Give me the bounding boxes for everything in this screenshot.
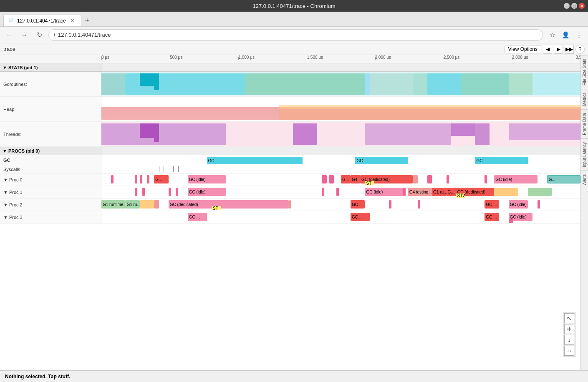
proc1-g4test-block[interactable]: G4 testing.... (408, 188, 432, 196)
threads-content[interactable] (101, 122, 580, 146)
proc2-yellow1[interactable] (140, 200, 154, 209)
proc2-gc2-block[interactable]: GC ... (485, 200, 499, 209)
proc1-tick2[interactable] (142, 188, 145, 196)
proc3-gc1-block[interactable]: GC ... (188, 213, 207, 221)
metrics-tab[interactable]: Metrics (581, 89, 588, 109)
gc-block-3[interactable]: GC (475, 157, 527, 164)
file-size-stats-tab[interactable]: File Size Stats (581, 55, 588, 89)
gc-block-1[interactable]: GC (207, 157, 303, 164)
gc-block-2[interactable]: GC (355, 157, 408, 164)
proc0-gcidle-block[interactable]: GC (idle) (188, 175, 226, 183)
syscalls-row: Syscalls (0, 165, 580, 173)
proc1-green-block[interactable] (528, 188, 552, 196)
proc3-content[interactable]: GC ... GC ... GC ... GC (idle) (101, 211, 580, 223)
proc0-block-2[interactable] (140, 175, 142, 183)
proc2-gcdedicated-block[interactable]: GC (dedicated) (169, 200, 288, 209)
proc1-tick4[interactable] (176, 188, 178, 196)
gc-content[interactable]: GC GC GC (101, 155, 580, 165)
proc2-tick1[interactable] (389, 200, 391, 209)
nav-next-button[interactable]: ▶ (554, 45, 563, 54)
proc1-g1ru-block[interactable]: G1 ru... (432, 188, 446, 196)
proc0-g-block[interactable]: G... (154, 175, 168, 183)
proc2-tick3[interactable] (538, 200, 540, 209)
proc0-gcidle2-block[interactable]: GC (idle) (494, 175, 537, 183)
proc0-block-0[interactable] (111, 175, 114, 183)
proc1-gcidle-block[interactable]: GC (idle) (188, 188, 226, 196)
proc2-g1main-block[interactable]: G1 runtime.main (101, 200, 125, 209)
proc0-st-block[interactable]: ST (365, 181, 374, 185)
proc0-g2-block[interactable]: G... (341, 175, 351, 183)
stats-section-header[interactable]: ▼ STATS (pid 1) (0, 63, 580, 72)
zoom-tool-button[interactable]: ↓ (564, 335, 574, 345)
alerts-tab[interactable]: Alerts (581, 171, 588, 188)
bookmark-button[interactable]: ☆ (546, 29, 558, 41)
proc0-tick3[interactable] (427, 175, 432, 183)
proc0-content[interactable]: G... GC (idle) G... G4... GC (dedicated)… (101, 173, 580, 186)
proc3-pink-bottom[interactable] (509, 219, 513, 223)
trace-container: trace View Options ◀ ▶ ▶▶ ? 0 μs 500 μs … (0, 43, 588, 382)
trace-title: trace (3, 46, 503, 52)
minimize-button[interactable]: ─ (564, 3, 570, 9)
syscalls-content[interactable] (101, 165, 580, 173)
help-button[interactable]: ? (575, 45, 585, 54)
tab-title: 127.0.0.1:40471/trace (17, 18, 66, 24)
frame-data-tab[interactable]: Frame Data (581, 109, 588, 138)
proc1-g-block[interactable]: G... (447, 188, 456, 196)
forward-button[interactable]: → (18, 29, 30, 41)
proc3-label: ▼ Proc 3 (0, 211, 101, 223)
profile-button[interactable]: 👤 (560, 29, 571, 41)
reload-button[interactable]: ↻ (33, 29, 45, 41)
proc1-orange-block[interactable] (494, 188, 518, 196)
pointer-tool-button[interactable]: ↖ (564, 313, 574, 323)
url-bar[interactable]: ℹ 127.0.0.1:40471/trace (48, 29, 543, 41)
proc0-tick1[interactable] (322, 175, 326, 183)
procs-section-header[interactable]: ▼ PROCS (pid 0) (0, 147, 580, 155)
proc1-tick3[interactable] (169, 188, 171, 196)
security-icon: ℹ (54, 32, 56, 38)
maximize-button[interactable]: □ (571, 3, 577, 9)
tab-close-button[interactable]: ✕ (69, 18, 76, 24)
proc1-tick7[interactable] (403, 188, 406, 196)
address-right-icons: ☆ 👤 ⋮ (546, 29, 585, 41)
proc2-tick2[interactable] (418, 200, 420, 209)
proc0-block-3[interactable] (147, 175, 149, 183)
proc1-stw-block[interactable]: STW (456, 194, 466, 198)
proc2-end1[interactable] (288, 200, 291, 209)
close-button[interactable]: ✕ (579, 3, 585, 9)
back-button[interactable]: ← (3, 29, 15, 41)
proc1-content[interactable]: GC (idle) GC (idle) G4 testing.... G1 ru… (101, 186, 580, 198)
proc2-gcidle-block[interactable]: GC (idle) (509, 200, 528, 209)
proc0-tick5[interactable] (485, 175, 487, 183)
stats-header-content (101, 63, 580, 71)
proc2-content[interactable]: G1 runtime.main G1 ru... GC (dedicated) … (101, 199, 580, 211)
nav-prev-button[interactable]: ◀ (543, 45, 552, 54)
view-options-button[interactable]: View Options (505, 45, 541, 53)
proc0-block-1[interactable] (135, 175, 137, 183)
new-tab-button[interactable]: + (81, 15, 93, 26)
proc0-tick4[interactable] (447, 175, 449, 183)
proc0-teal-block[interactable]: G... (547, 175, 580, 183)
proc1-tick6[interactable] (336, 188, 339, 196)
goroutines-row: Goroutines: (0, 72, 580, 97)
input-latency-tab[interactable]: Input Latency (581, 138, 588, 171)
proc3-gc3-block[interactable]: GC ... (485, 213, 499, 221)
proc2-g1ru-block[interactable]: G1 ru... (125, 200, 139, 209)
proc3-gc2-block[interactable]: GC ... (351, 213, 370, 221)
move-tool-button[interactable]: ✛ (564, 324, 574, 334)
proc0-end1[interactable] (413, 175, 417, 183)
goroutines-content[interactable] (101, 72, 580, 96)
heap-content[interactable] (101, 97, 580, 121)
proc0-tick2[interactable] (329, 175, 333, 183)
proc1-tick5[interactable] (322, 188, 324, 196)
proc2-gc-block[interactable]: GC ... (351, 200, 365, 209)
proc1-tick1[interactable] (135, 188, 137, 196)
expand-tool-button[interactable]: ↔ (564, 346, 574, 356)
proc2-st-block[interactable]: ST (212, 206, 221, 210)
proc3-row: ▼ Proc 3 GC ... GC ... GC ... GC (idle) (0, 211, 580, 224)
proc0-g4-block[interactable]: G4... (351, 175, 360, 183)
menu-button[interactable]: ⋮ (573, 29, 585, 41)
nav-end-button[interactable]: ▶▶ (565, 45, 574, 54)
browser-tab[interactable]: 📄 127.0.0.1:40471/trace ✕ (3, 15, 81, 26)
proc2-pink1[interactable] (154, 200, 159, 209)
proc1-gcidle2-block[interactable]: GC (idle) (365, 188, 403, 196)
